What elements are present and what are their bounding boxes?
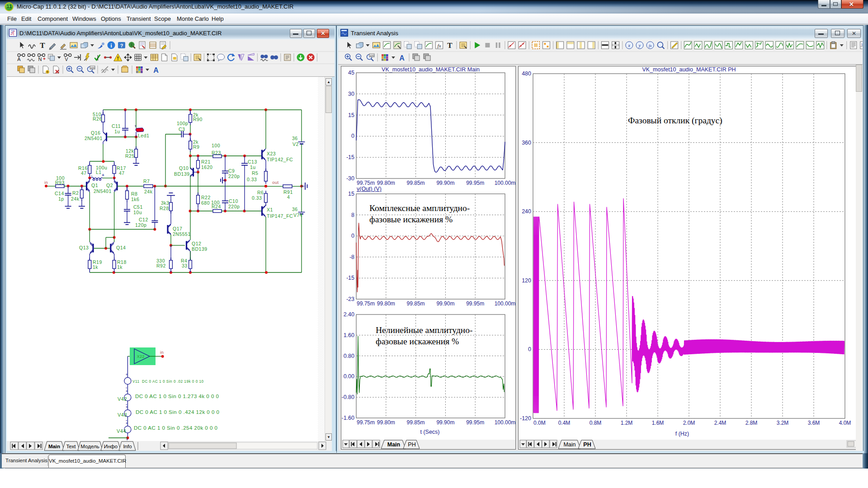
svg-text:R28: R28 <box>160 206 169 211</box>
svg-text:PH: PH <box>408 441 415 448</box>
svg-text:0: 0 <box>528 346 531 352</box>
svg-text:R9: R9 <box>193 144 199 150</box>
svg-text:99.75m: 99.75m <box>357 300 375 307</box>
svg-text:BD139: BD139 <box>174 171 190 177</box>
svg-text:фазовые искажения %: фазовые искажения % <box>376 337 459 346</box>
svg-text:-0.80: -0.80 <box>342 394 355 400</box>
svg-text:фазовые искажения %: фазовые искажения % <box>369 215 453 224</box>
svg-text:-30: -30 <box>346 175 354 182</box>
svg-text:0.00: 0.00 <box>344 373 354 380</box>
svg-text:V43: V43 <box>118 412 127 418</box>
svg-text:-23: -23 <box>346 296 354 302</box>
svg-text:680: 680 <box>201 200 210 206</box>
svg-text:0.4M: 0.4M <box>558 420 571 426</box>
svg-text:C3: C3 <box>179 127 185 132</box>
svg-text:t (Secs): t (Secs) <box>420 429 439 435</box>
svg-text:+: + <box>126 437 128 441</box>
svg-text:1.6M: 1.6M <box>652 420 664 426</box>
svg-text:99.85m: 99.85m <box>407 419 425 426</box>
svg-text:Q2: Q2 <box>106 183 113 188</box>
svg-text:Инфо: Инфо <box>104 444 118 449</box>
svg-text:8: 8 <box>351 212 354 218</box>
svg-text:0.8M: 0.8M <box>590 420 602 426</box>
svg-text:in: in <box>160 350 164 355</box>
svg-text:X1: X1 <box>267 207 273 212</box>
svg-text:Q16: Q16 <box>91 130 100 136</box>
svg-text:C11: C11 <box>112 123 121 129</box>
svg-text:Фазовый отклик (градус): Фазовый отклик (градус) <box>628 116 722 126</box>
svg-text:3k3: 3k3 <box>161 200 169 206</box>
svg-text:PH: PH <box>583 441 591 448</box>
svg-text:99.90m: 99.90m <box>436 419 454 426</box>
svg-text:480: 480 <box>522 70 531 77</box>
svg-text:+: + <box>102 173 104 178</box>
svg-text:1u: 1u <box>114 129 120 134</box>
svg-text:360: 360 <box>522 140 531 146</box>
svg-text:2N5401: 2N5401 <box>94 188 112 194</box>
svg-text:99.75m: 99.75m <box>357 419 375 426</box>
svg-text:Q1: Q1 <box>91 183 98 188</box>
svg-text:X23: X23 <box>267 151 276 156</box>
svg-text:R7: R7 <box>143 178 150 184</box>
svg-text:100p: 100p <box>177 121 188 126</box>
svg-text:out: out <box>272 180 279 185</box>
svg-text:Q13: Q13 <box>79 245 89 250</box>
svg-text:15: 15 <box>348 191 354 197</box>
svg-text:VK_mosfet10_audio_MAKET.CIR Ma: VK_mosfet10_audio_MAKET.CIR Main <box>382 66 480 73</box>
svg-text:V: V <box>65 56 68 62</box>
svg-text:1.2M: 1.2M <box>621 420 633 426</box>
svg-text:f (Hz): f (Hz) <box>675 431 689 437</box>
svg-text:V2: V2 <box>292 141 299 147</box>
svg-text:Text: Text <box>66 444 76 449</box>
svg-text:L1: L1 <box>96 169 102 175</box>
svg-text:2.40: 2.40 <box>344 311 354 318</box>
svg-text:C9: C9 <box>228 168 235 174</box>
svg-text:R25: R25 <box>125 153 135 159</box>
svg-text:-120: -120 <box>520 415 531 422</box>
svg-text:120p: 120p <box>135 222 146 228</box>
svg-text:R5: R5 <box>252 170 258 176</box>
svg-text:1.60: 1.60 <box>344 332 354 338</box>
svg-text:i: i <box>110 42 112 49</box>
svg-text:33: 33 <box>182 263 188 268</box>
svg-text:2.0M: 2.0M <box>683 420 695 426</box>
svg-text:100.00m: 100.00m <box>495 419 516 426</box>
svg-text:1k: 1k <box>93 264 98 270</box>
svg-text:C13: C13 <box>248 159 257 164</box>
svg-text:A: A <box>399 54 405 62</box>
svg-text:3.6M: 3.6M <box>808 420 820 426</box>
svg-text:R26: R26 <box>93 116 102 122</box>
svg-text:0: 0 <box>351 233 354 239</box>
svg-text:+: + <box>134 124 137 128</box>
svg-text:fx: fx <box>438 43 441 48</box>
svg-text:V42: V42 <box>118 396 127 402</box>
svg-text:0.33: 0.33 <box>252 195 262 201</box>
svg-text:R90: R90 <box>193 117 203 122</box>
svg-text:1u: 1u <box>250 164 256 170</box>
svg-text:2N5401: 2N5401 <box>85 136 103 141</box>
svg-text:2.8M: 2.8M <box>745 420 758 426</box>
svg-text:99.95m: 99.95m <box>466 419 484 426</box>
svg-text:-1.60: -1.60 <box>342 415 355 421</box>
svg-text:DC 0 AC 1 0 Sin 0 .02 19k 0 0: DC 0 AC 1 0 Sin 0 .02 19k 0 0 10 <box>142 380 204 384</box>
svg-text:24k: 24k <box>144 189 153 194</box>
svg-text:Info: Info <box>123 444 132 449</box>
svg-text:R21: R21 <box>201 159 211 164</box>
svg-text:N: N <box>38 56 42 62</box>
svg-text:TIP142_FC: TIP142_FC <box>267 157 293 162</box>
svg-text:R8: R8 <box>131 191 137 197</box>
svg-text:0.0M: 0.0M <box>533 420 546 426</box>
svg-text:R24: R24 <box>212 204 221 209</box>
svg-text:A: A <box>17 56 21 62</box>
svg-text:99.80m: 99.80m <box>377 180 395 186</box>
svg-text:15: 15 <box>348 112 354 118</box>
svg-text:R22: R22 <box>201 195 211 200</box>
svg-text:100.00m: 100.00m <box>495 300 516 307</box>
svg-text:24k: 24k <box>71 196 80 202</box>
svg-text:1k6: 1k6 <box>131 197 139 202</box>
svg-text:in: in <box>44 180 48 185</box>
svg-text:99.95m: 99.95m <box>466 180 484 186</box>
svg-text:1620: 1620 <box>201 164 212 170</box>
svg-text:123: 123 <box>861 42 863 47</box>
svg-text:A: A <box>153 66 159 74</box>
